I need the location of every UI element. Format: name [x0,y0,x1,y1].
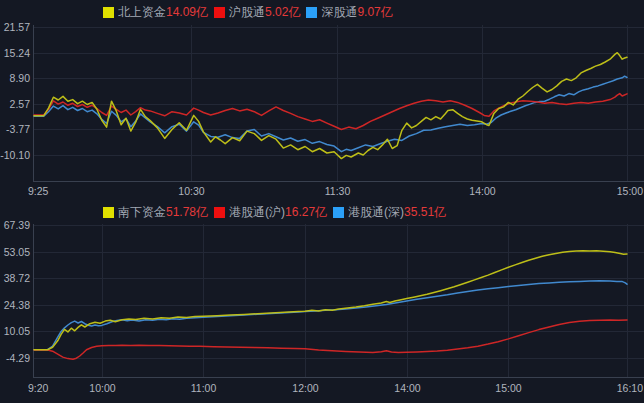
legend-series-value: 14.09亿 [166,5,208,19]
northbound-series-swatch-icon [103,7,114,18]
x-tick-label: 9:25 [28,185,88,198]
y-tick-label: 10.05 [0,325,30,338]
y-tick-label: 21.57 [0,21,30,34]
x-tick-label: 15:00 [583,185,643,198]
legend-series-value: 9.07亿 [357,5,392,19]
x-tick-label: 16:10 [583,382,643,395]
legend-item-shanghai-connect[interactable]: 沪股通5.02亿 [214,5,300,19]
y-tick-label: 38.72 [0,272,30,285]
legend-series-value: 35.51亿 [404,205,446,219]
legend-series-name: 北上资金 [118,5,166,19]
series-line [34,320,627,359]
shenzhen-connect-swatch-icon [306,7,317,18]
hk-connect-sz-swatch-icon [333,207,344,218]
y-tick-label: -10.10 [0,149,30,162]
y-tick-label: -3.77 [0,123,30,136]
x-tick-label: 10:00 [73,382,133,395]
capital-flow-screen: 北上资金14.09亿 沪股通5.02亿 深股通9.07亿 南下资金51.78亿 … [0,0,644,403]
y-tick-label: 2.57 [0,98,30,111]
legend-item-shenzhen-connect[interactable]: 深股通9.07亿 [306,5,392,19]
y-tick-label: 53.05 [0,246,30,259]
southbound-chart-canvas[interactable] [0,0,644,403]
series-line [34,251,627,350]
legend-series-value: 16.27亿 [285,205,327,219]
legend-series-name: 南下资金 [118,205,166,219]
x-tick-label: 10:30 [162,185,222,198]
y-tick-label: 8.90 [0,72,30,85]
legend-item-hk-connect-sz[interactable]: 港股通(深)35.51亿 [333,205,446,219]
northbound-legend: 北上资金14.09亿 沪股通5.02亿 深股通9.07亿 [103,5,393,19]
x-tick-label: 12:00 [276,382,336,395]
x-tick-label: 15:00 [479,382,539,395]
legend-series-value: 5.02亿 [265,5,300,19]
southbound-series-swatch-icon [103,207,114,218]
x-tick-label: 11:30 [308,185,368,198]
series-line [34,281,627,350]
y-tick-label: 67.39 [0,219,30,232]
hk-connect-sh-swatch-icon [214,207,225,218]
y-tick-label: -4.29 [0,352,30,365]
legend-item-southbound[interactable]: 南下资金51.78亿 [103,205,208,219]
legend-series-name: 深股通 [321,5,357,19]
legend-series-value: 51.78亿 [166,205,208,219]
y-tick-label: 15.24 [0,47,30,60]
shanghai-connect-swatch-icon [214,7,225,18]
y-tick-label: 24.38 [0,299,30,312]
legend-item-hk-connect-sh[interactable]: 港股通(沪)16.27亿 [214,205,327,219]
southbound-legend: 南下资金51.78亿 港股通(沪)16.27亿 港股通(深)35.51亿 [103,205,446,219]
x-tick-label: 14:00 [453,185,513,198]
legend-series-name: 港股通(沪) [229,205,285,219]
legend-series-name: 沪股通 [229,5,265,19]
legend-item-northbound[interactable]: 北上资金14.09亿 [103,5,208,19]
legend-series-name: 港股通(深) [348,205,404,219]
x-tick-label: 11:00 [174,382,234,395]
x-tick-label: 14:00 [378,382,438,395]
